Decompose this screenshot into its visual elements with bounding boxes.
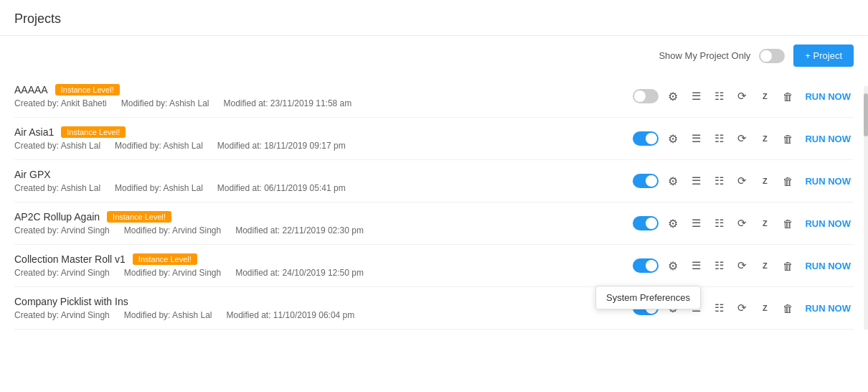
project-info: AP2C Rollup Again Instance Level! Create… bbox=[14, 211, 626, 235]
project-toggle[interactable] bbox=[633, 216, 659, 230]
page-title: Projects bbox=[14, 11, 61, 26]
project-actions: ⚙ ☰ ☷ ⟳ Z 🗑 RUN NOW bbox=[633, 215, 854, 232]
toolbar: Show My Project Only + Project bbox=[0, 36, 868, 75]
run-now-button[interactable]: RUN NOW bbox=[802, 134, 854, 144]
page-header: Projects bbox=[0, 0, 868, 36]
projects-list: AAAAA Instance Level! Created by: Ankit … bbox=[0, 75, 868, 330]
zendesk-icon[interactable]: Z bbox=[756, 130, 773, 147]
modified-at: Modified at: 06/11/2019 05:41 pm bbox=[217, 183, 346, 193]
project-toggle[interactable] bbox=[633, 131, 659, 146]
grid-icon[interactable]: ☷ bbox=[710, 172, 727, 190]
modified-by: Modified by: Ashish Lal bbox=[121, 98, 209, 108]
grid-icon[interactable]: ☷ bbox=[710, 130, 727, 147]
table-row: AAAAA Instance Level! Created by: Ankit … bbox=[14, 75, 854, 118]
instance-badge: Instance Level! bbox=[61, 126, 126, 138]
show-my-toggle[interactable] bbox=[759, 49, 785, 63]
scrollbar-thumb[interactable] bbox=[864, 93, 868, 136]
project-meta: Created by: Ashish Lal Modified by: Ashi… bbox=[14, 141, 626, 151]
zendesk-icon[interactable]: Z bbox=[756, 257, 773, 274]
created-by: Created by: Arvind Singh bbox=[14, 310, 110, 320]
project-meta: Created by: Arvind Singh Modified by: Ar… bbox=[14, 225, 626, 235]
settings-icon[interactable]: ⚙ bbox=[664, 257, 681, 274]
delete-icon[interactable]: 🗑 bbox=[779, 299, 796, 317]
project-meta: Created by: Arvind Singh Modified by: As… bbox=[14, 310, 626, 320]
table-row: Air Asia1 Instance Level! Created by: As… bbox=[14, 118, 854, 160]
grid-icon[interactable]: ☷ bbox=[710, 215, 727, 232]
project-info: Collection Master Roll v1 Instance Level… bbox=[14, 253, 626, 278]
list-icon[interactable]: ☰ bbox=[687, 257, 704, 274]
project-meta: Created by: Arvind Singh Modified by: Ar… bbox=[14, 268, 626, 278]
project-name-row: AP2C Rollup Again Instance Level! bbox=[14, 211, 626, 223]
run-now-button[interactable]: RUN NOW bbox=[802, 176, 854, 187]
project-name: Air Asia1 bbox=[14, 126, 54, 138]
history-icon[interactable]: ⟳ bbox=[733, 215, 750, 232]
scrollbar-track bbox=[864, 86, 868, 330]
delete-icon[interactable]: 🗑 bbox=[779, 172, 796, 190]
list-icon[interactable]: ☰ bbox=[687, 88, 704, 105]
table-row: Collection Master Roll v1 Instance Level… bbox=[14, 245, 854, 287]
modified-at: Modified at: 18/11/2019 09:17 pm bbox=[217, 141, 346, 151]
project-info: Air Asia1 Instance Level! Created by: As… bbox=[14, 126, 626, 151]
project-name: Collection Master Roll v1 bbox=[14, 253, 126, 265]
run-now-button[interactable]: RUN NOW bbox=[802, 218, 854, 229]
settings-icon[interactable]: ⚙ bbox=[664, 215, 681, 232]
project-toggle[interactable] bbox=[633, 89, 659, 103]
settings-icon[interactable]: ⚙ bbox=[664, 130, 681, 147]
list-icon[interactable]: ☰ bbox=[687, 130, 704, 147]
delete-icon[interactable]: 🗑 bbox=[779, 215, 796, 232]
modified-at: Modified at: 24/10/2019 12:50 pm bbox=[235, 268, 364, 278]
zendesk-icon[interactable]: Z bbox=[756, 88, 773, 105]
run-now-button[interactable]: RUN NOW bbox=[802, 303, 854, 314]
project-info: AAAAA Instance Level! Created by: Ankit … bbox=[14, 84, 626, 108]
history-icon[interactable]: ⟳ bbox=[733, 172, 750, 190]
project-name-row: Collection Master Roll v1 Instance Level… bbox=[14, 253, 626, 265]
created-by: Created by: Arvind Singh bbox=[14, 225, 110, 235]
grid-icon[interactable]: ☷ bbox=[710, 257, 727, 274]
project-meta: Created by: Ankit Baheti Modified by: As… bbox=[14, 98, 626, 108]
delete-icon[interactable]: 🗑 bbox=[779, 257, 796, 274]
history-icon[interactable]: ⟳ bbox=[733, 88, 750, 105]
project-name: Company Picklist with Ins bbox=[14, 296, 128, 307]
modified-at: Modified at: 22/11/2019 02:30 pm bbox=[235, 225, 364, 235]
grid-icon[interactable]: ☷ bbox=[710, 88, 727, 105]
created-by: Created by: Ashish Lal bbox=[14, 183, 100, 193]
run-now-button[interactable]: RUN NOW bbox=[802, 261, 854, 271]
project-meta: Created by: Ashish Lal Modified by: Ashi… bbox=[14, 183, 626, 193]
project-toggle[interactable] bbox=[633, 174, 659, 188]
settings-icon[interactable]: ⚙ bbox=[664, 88, 681, 105]
show-my-label: Show My Project Only bbox=[659, 50, 750, 61]
project-name-row: Company Picklist with Ins bbox=[14, 296, 626, 307]
project-name-row: Air GPX bbox=[14, 169, 626, 180]
zendesk-icon[interactable]: Z bbox=[756, 215, 773, 232]
list-icon[interactable]: ☰ bbox=[687, 172, 704, 190]
history-icon[interactable]: ⟳ bbox=[733, 257, 750, 274]
modified-at: Modified at: 23/11/2019 11:58 am bbox=[224, 98, 352, 108]
project-actions: ⚙ ☰ ☷ ⟳ Z 🗑 RUN NOW bbox=[633, 130, 854, 147]
project-name: AP2C Rollup Again bbox=[14, 211, 100, 223]
add-project-button[interactable]: + Project bbox=[793, 45, 854, 67]
modified-by: Modified by: Ashish Lal bbox=[115, 141, 203, 151]
created-by: Created by: Arvind Singh bbox=[14, 268, 110, 278]
settings-icon[interactable]: ⚙ bbox=[664, 172, 681, 190]
zendesk-icon[interactable]: Z bbox=[756, 299, 773, 317]
project-name: AAAAA bbox=[14, 84, 48, 95]
history-icon[interactable]: ⟳ bbox=[733, 299, 750, 317]
list-icon[interactable]: ☰ bbox=[687, 215, 704, 232]
zendesk-icon[interactable]: Z bbox=[756, 172, 773, 190]
modified-by: Modified by: Arvind Singh bbox=[124, 225, 221, 235]
delete-icon[interactable]: 🗑 bbox=[779, 130, 796, 147]
grid-icon[interactable]: ☷ bbox=[710, 299, 727, 317]
project-name-row: Air Asia1 Instance Level! bbox=[14, 126, 626, 138]
history-icon[interactable]: ⟳ bbox=[733, 130, 750, 147]
project-actions: ⚙ ☰ ☷ ⟳ Z 🗑 RUN NOW bbox=[633, 172, 854, 190]
table-row: AP2C Rollup Again Instance Level! Create… bbox=[14, 202, 854, 245]
project-info: Air GPX Created by: Ashish Lal Modified … bbox=[14, 169, 626, 193]
project-toggle[interactable] bbox=[633, 258, 659, 273]
created-by: Created by: Ashish Lal bbox=[14, 141, 100, 151]
delete-icon[interactable]: 🗑 bbox=[779, 88, 796, 105]
main-container: Projects Show My Project Only + Project … bbox=[0, 0, 868, 330]
created-by: Created by: Ankit Baheti bbox=[14, 98, 107, 108]
project-actions: ⚙ ☰ ☷ ⟳ Z 🗑 RUN NOW bbox=[633, 88, 854, 105]
tooltip: System Preferences bbox=[595, 286, 701, 309]
run-now-button[interactable]: RUN NOW bbox=[802, 91, 854, 102]
